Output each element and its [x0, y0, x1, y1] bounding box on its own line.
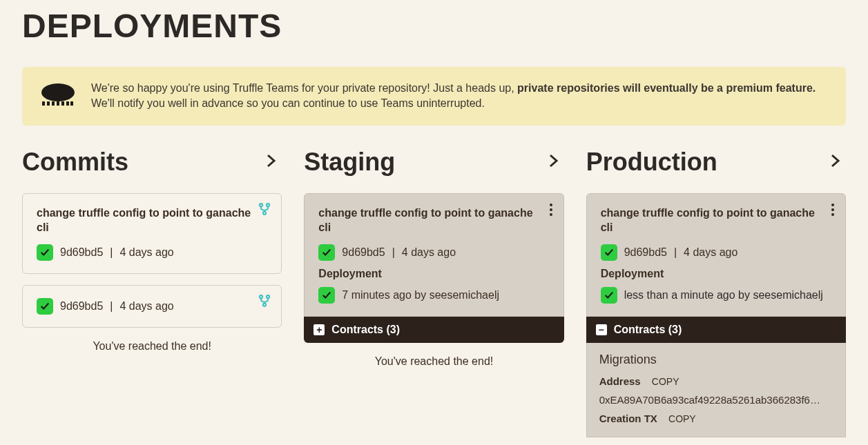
contracts-toggle[interactable]: − Contracts (3) [586, 317, 846, 343]
staging-title: Staging [304, 148, 395, 177]
contract-name: Migrations [599, 353, 833, 367]
check-icon [37, 298, 53, 315]
check-icon [37, 244, 53, 261]
chevron-right-icon[interactable] [261, 150, 282, 175]
svg-point-3 [260, 295, 262, 298]
commit-card[interactable]: 9d69bd5 | 4 days ago [22, 285, 282, 328]
contracts-label: Contracts (3) [331, 324, 400, 336]
svg-point-0 [260, 204, 262, 206]
chevron-right-icon[interactable] [543, 150, 564, 175]
plus-icon: + [314, 324, 325, 335]
banner-text: We're so happy you're using Truffle Team… [91, 81, 816, 112]
commit-age: 4 days ago [119, 246, 173, 259]
address-label: Address [599, 375, 641, 387]
chevron-right-icon[interactable] [825, 150, 846, 175]
contracts-toggle[interactable]: + Contracts (3) [304, 317, 563, 343]
coin-stack-icon [41, 83, 75, 108]
deployment-label: Deployment [601, 268, 831, 280]
commit-title: change truffle config to point to ganach… [37, 206, 267, 235]
svg-point-1 [267, 204, 269, 206]
fork-icon [258, 294, 271, 310]
commit-hash: 9d69bd5 [60, 246, 103, 259]
commit-age: 4 days ago [402, 246, 456, 259]
page-title: DEPLOYMENTS [22, 7, 846, 45]
commit-hash: 9d69bd5 [60, 300, 103, 313]
minus-icon: − [596, 324, 607, 335]
commit-age: 4 days ago [684, 246, 737, 259]
creation-tx-label: Creation TX [599, 413, 657, 424]
deployment-card[interactable]: change truffle config to point to ganach… [304, 193, 563, 344]
end-text: You've reached the end! [304, 355, 563, 368]
commit-title: change truffle config to point to ganach… [318, 206, 549, 235]
commit-age: 4 days ago [119, 300, 173, 313]
commit-title: change truffle config to point to ganach… [601, 206, 831, 235]
commit-hash: 9d69bd5 [342, 246, 385, 259]
commits-column: Commits change truffle config to point t… [22, 148, 282, 442]
kebab-menu-icon[interactable] [829, 201, 837, 219]
production-column: Production change truffle config to poin… [586, 148, 846, 442]
commit-hash: 9d69bd5 [624, 246, 667, 259]
contract-details: Migrations Address COPY 0xEA89A70B6a93ca… [586, 343, 846, 437]
contracts-label: Contracts (3) [614, 324, 682, 336]
deployment-meta: 7 minutes ago by seesemichaelj [342, 289, 499, 301]
svg-point-5 [263, 304, 266, 306]
kebab-menu-icon[interactable] [547, 201, 555, 219]
fork-icon [258, 202, 271, 219]
deployment-meta: less than a minute ago by seesemichaelj [624, 288, 823, 303]
end-text: You've reached the end! [22, 340, 282, 353]
deployment-label: Deployment [318, 268, 549, 280]
private-repo-banner: We're so happy you're using Truffle Team… [22, 67, 846, 126]
copy-tx-button[interactable]: COPY [668, 413, 696, 424]
production-scroll[interactable]: change truffle config to point to ganach… [586, 193, 846, 442]
commits-title: Commits [22, 148, 128, 177]
check-icon [318, 244, 335, 261]
staging-column: Staging change truffle config to point t… [304, 148, 563, 442]
check-icon [318, 287, 335, 304]
svg-point-2 [263, 212, 266, 215]
commit-card[interactable]: change truffle config to point to ganach… [22, 193, 282, 275]
svg-point-4 [267, 295, 269, 298]
check-icon [601, 244, 617, 261]
deployment-card[interactable]: change truffle config to point to ganach… [586, 193, 846, 438]
production-title: Production [586, 148, 717, 177]
contract-address: 0xEA89A70B6a93caf49228a5261ab366283f6… [599, 394, 833, 406]
copy-address-button[interactable]: COPY [652, 376, 679, 387]
check-icon [601, 287, 617, 304]
